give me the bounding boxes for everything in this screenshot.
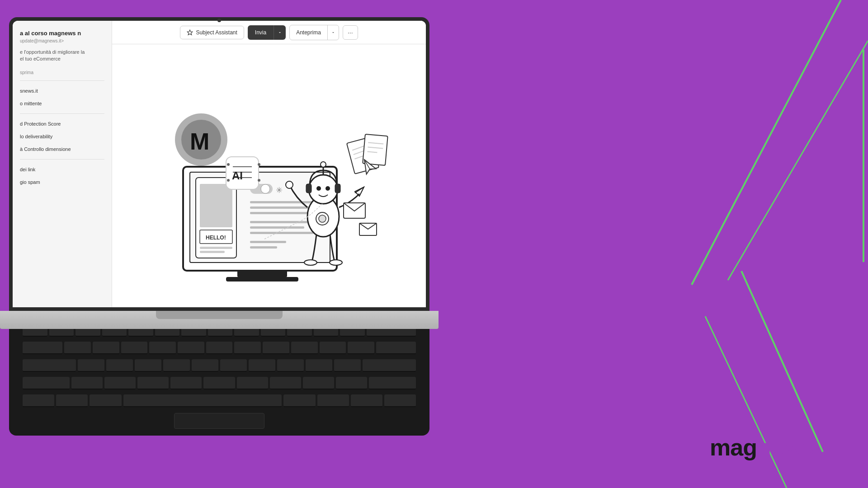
key — [178, 342, 204, 354]
key — [71, 377, 103, 389]
invia-button-group: Invia — [248, 25, 286, 40]
protection-score: d Protection Score — [13, 117, 112, 130]
svg-rect-10 — [200, 184, 232, 227]
logo-mag: mag — [710, 434, 757, 460]
svg-point-59 — [227, 163, 230, 166]
svg-rect-24 — [250, 241, 286, 243]
left-sidebar: a al corso magnews n update@magnews.it> … — [13, 21, 112, 307]
svg-point-27 — [309, 175, 338, 204]
svg-point-61 — [227, 179, 230, 182]
svg-point-16 — [261, 184, 270, 193]
key — [64, 342, 91, 354]
divider-3 — [20, 159, 104, 160]
main-content-area: Subject Assistant Invia Anteprima — [112, 21, 426, 307]
svg-text:HELLO!: HELLO! — [206, 235, 226, 241]
key — [137, 377, 169, 389]
divider-1 — [20, 80, 104, 81]
email-robot-illustration: HELLO! ✳ — [138, 67, 400, 284]
sender-email: update@magnews.it> — [13, 38, 112, 49]
key — [291, 342, 318, 354]
key — [23, 359, 76, 372]
key — [277, 359, 304, 372]
svg-rect-19 — [250, 206, 313, 209]
svg-rect-8 — [226, 277, 298, 282]
key — [306, 359, 332, 372]
key — [23, 342, 62, 354]
key — [320, 342, 346, 354]
svg-point-28 — [316, 186, 321, 191]
key — [237, 377, 268, 389]
anteprima-dropdown-button[interactable] — [327, 25, 339, 40]
key — [78, 359, 104, 372]
key — [90, 394, 121, 407]
deliverability: lo deliverability — [13, 130, 112, 143]
key — [170, 377, 202, 389]
key — [363, 359, 416, 372]
key — [249, 359, 275, 372]
svg-point-31 — [321, 162, 326, 167]
key — [192, 359, 218, 372]
spacebar — [123, 394, 282, 407]
svg-rect-14 — [200, 251, 225, 253]
key — [104, 377, 136, 389]
key — [263, 342, 289, 354]
laptop-hinge — [156, 311, 283, 319]
logo-news: news — [757, 434, 814, 460]
key — [163, 359, 190, 372]
ui-window: a al corso magnews n update@magnews.it> … — [13, 21, 426, 307]
key — [203, 377, 235, 389]
anteprima-button-group: Anteprima — [289, 25, 339, 40]
links: dei link — [13, 163, 112, 176]
hero-area: HELLO! ✳ — [112, 44, 426, 307]
laptop-base — [0, 311, 439, 329]
screen-content: a al corso magnews n update@magnews.it> … — [13, 21, 426, 307]
svg-text:M: M — [190, 128, 209, 155]
magnews-logo: magnews — [710, 434, 814, 461]
svg-rect-48 — [335, 184, 340, 193]
key — [348, 342, 374, 354]
svg-point-50 — [319, 215, 326, 222]
email-body-preview: e l'opportunità di migliorare la el tuo … — [13, 49, 112, 70]
invia-main-button[interactable]: Invia — [248, 26, 274, 39]
key — [206, 342, 233, 354]
screen-bezel: a al corso magnews n update@magnews.it> … — [13, 21, 426, 307]
sender-name: snews.it — [13, 84, 112, 97]
anteprima-main-button[interactable]: Anteprima — [290, 26, 327, 39]
subject-assistant-button[interactable]: Subject Assistant — [180, 26, 244, 39]
spam-check: gio spam — [13, 176, 112, 188]
key — [270, 377, 301, 389]
key — [135, 359, 161, 372]
svg-text:✳: ✳ — [276, 186, 283, 195]
preview-label: sprima — [13, 70, 112, 77]
laptop-keyboard — [9, 314, 429, 436]
key-row-4 — [23, 375, 416, 391]
key — [303, 377, 334, 389]
laptop-screen-frame: a al corso magnews n update@magnews.it> … — [9, 17, 429, 311]
svg-point-36 — [330, 260, 342, 265]
key — [220, 359, 247, 372]
key — [56, 394, 88, 407]
key — [23, 394, 54, 407]
key — [106, 359, 133, 372]
key — [384, 394, 416, 407]
divider-2 — [20, 113, 104, 114]
svg-rect-22 — [250, 226, 304, 229]
key — [369, 377, 416, 389]
dimension-check: à Controllo dimensione — [13, 143, 112, 155]
key-row-3 — [23, 358, 416, 374]
svg-point-32 — [286, 181, 293, 188]
key — [149, 342, 176, 354]
key — [351, 394, 382, 407]
more-options-button[interactable]: ··· — [343, 25, 358, 40]
email-subject: a al corso magnews n — [13, 30, 112, 38]
svg-rect-23 — [250, 232, 313, 234]
key — [317, 394, 349, 407]
trackpad[interactable] — [174, 413, 264, 429]
key — [121, 342, 148, 354]
svg-point-29 — [326, 186, 330, 191]
sender-label: o mittente — [13, 97, 112, 110]
invia-dropdown-button[interactable] — [274, 25, 286, 40]
camera-dot — [217, 19, 221, 22]
svg-rect-25 — [250, 246, 277, 249]
key — [23, 377, 70, 389]
